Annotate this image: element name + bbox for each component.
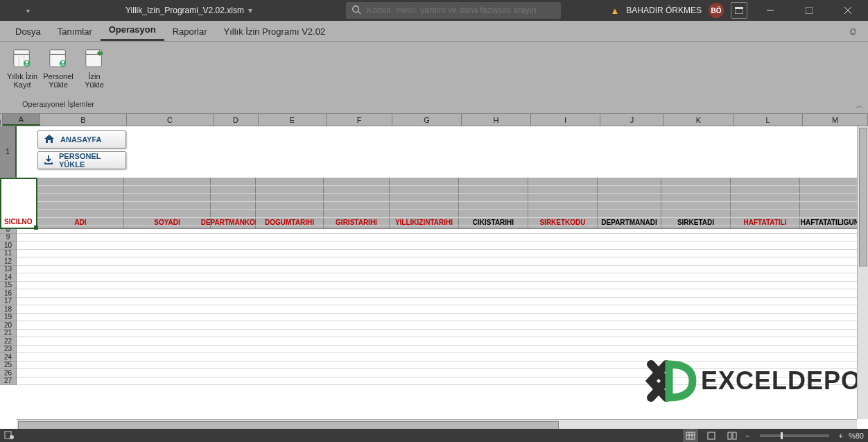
row-number-26[interactable]: 26: [0, 369, 17, 377]
row-number-24[interactable]: 24: [0, 353, 17, 362]
zoom-out-button[interactable]: −: [745, 432, 749, 440]
cell-range-row-18[interactable]: [17, 305, 868, 314]
cell-range-row-2[interactable]: [17, 178, 868, 186]
column-header-M[interactable]: M: [803, 114, 868, 126]
zoom-slider-thumb[interactable]: [781, 432, 783, 439]
column-header-K[interactable]: K: [664, 114, 734, 126]
cell-range-row-14[interactable]: [17, 273, 868, 282]
feedback-smiley-icon[interactable]: ☺: [848, 25, 858, 37]
page-break-view-button[interactable]: [724, 429, 740, 442]
tab-raporlar[interactable]: Raporlar: [164, 22, 216, 41]
horizontal-scroll-thumb[interactable]: [18, 421, 559, 430]
filename-area[interactable]: Yillik_Izin_Programi_V2.02.xlsm ▾: [125, 6, 252, 15]
row-number-27[interactable]: 27: [0, 377, 17, 386]
cell-range-row-6[interactable]: [17, 210, 868, 218]
cell-range-row-10[interactable]: [17, 241, 868, 250]
cell-range-row-3[interactable]: [17, 186, 868, 194]
row-number-22[interactable]: 22: [0, 337, 17, 346]
vertical-scrollbar[interactable]: [857, 126, 868, 419]
filename-dropdown-icon[interactable]: ▾: [248, 6, 252, 15]
user-avatar[interactable]: BÖ: [709, 3, 724, 18]
maximize-button[interactable]: [793, 0, 825, 21]
minimize-button[interactable]: [754, 0, 786, 21]
cell-range-row-11[interactable]: [17, 250, 868, 258]
column-header-A[interactable]: A: [3, 114, 40, 126]
row-number-11[interactable]: 11: [0, 250, 17, 258]
cell-range-row-5[interactable]: [17, 202, 868, 210]
row-number-13[interactable]: 13: [0, 266, 17, 274]
column-header-I[interactable]: I: [531, 114, 600, 126]
column-header-D[interactable]: D: [214, 114, 259, 126]
tab-operasyon[interactable]: Operasyon: [101, 20, 164, 41]
cell-range-row-21[interactable]: [17, 330, 868, 338]
row-number-25[interactable]: 25: [0, 362, 17, 370]
row-number-10[interactable]: 10: [0, 241, 17, 250]
izin-yukle-button[interactable]: İzin Yükle: [76, 44, 112, 99]
cell-range-row-15[interactable]: [17, 282, 868, 290]
row-number-18[interactable]: 18: [0, 305, 17, 314]
column-header-G[interactable]: G: [392, 114, 462, 126]
tab-tanimlar[interactable]: Tanımlar: [49, 22, 101, 41]
personel-yukle-button[interactable]: Personel Yükle: [40, 44, 76, 99]
cell-range-row-12[interactable]: [17, 257, 868, 266]
zoom-in-button[interactable]: +: [839, 432, 843, 440]
ribbon-collapse-icon[interactable]: ︿: [856, 100, 864, 112]
cell-A1[interactable]: SICILNO: [0, 178, 37, 229]
btn-line1: Yıllık İzin: [7, 72, 37, 80]
search-input[interactable]: [367, 6, 555, 15]
row-number-1[interactable]: 1: [0, 126, 17, 178]
row-number-15[interactable]: 15: [0, 282, 17, 290]
row-number-17[interactable]: 17: [0, 298, 17, 306]
cell-range-row-20[interactable]: [17, 321, 868, 330]
tab-dosya[interactable]: Dosya: [7, 22, 49, 41]
macro-record-icon[interactable]: [4, 431, 14, 441]
svg-rect-3: [735, 7, 743, 9]
title-bar: ▾ Yillik_Izin_Programi_V2.02.xlsm ▾ ▲ BA…: [0, 0, 868, 21]
cell-range-row-7[interactable]: [17, 218, 868, 226]
row-number-14[interactable]: 14: [0, 273, 17, 282]
select-all-triangle[interactable]: [0, 114, 3, 126]
zoom-percent[interactable]: %80: [849, 432, 864, 440]
tab-yillik-izin-programi[interactable]: Yıllık İzin Programı V2.02: [216, 22, 334, 41]
cell-range-row-16[interactable]: [17, 289, 868, 298]
column-header-L[interactable]: L: [734, 114, 803, 126]
qat-dropdown-icon[interactable]: ▾: [21, 7, 35, 15]
row-number-16[interactable]: 16: [0, 289, 17, 298]
row-number-9[interactable]: 9: [0, 234, 17, 242]
calendar-upload-person-icon: [47, 47, 69, 69]
row-number-19[interactable]: 19: [0, 314, 17, 322]
cell-range-row-4[interactable]: [17, 194, 868, 202]
column-header-C[interactable]: C: [127, 114, 214, 126]
worksheet-grid[interactable]: 1 SICILNOADISOYADIDEPARTMANKODUDOGUMTARI…: [0, 126, 868, 426]
cell-range-row-13[interactable]: [17, 266, 868, 274]
column-header-F[interactable]: F: [327, 114, 392, 126]
cell-range-row-17[interactable]: [17, 298, 868, 306]
yillik-izin-kayit-button[interactable]: Yıllık İzin Kayıt: [4, 44, 40, 99]
cell-range-row-8[interactable]: [17, 226, 868, 234]
column-header-E[interactable]: E: [259, 114, 327, 126]
column-header-J[interactable]: J: [600, 114, 664, 126]
cell-range-row-19[interactable]: [17, 314, 868, 322]
search-box[interactable]: [346, 2, 561, 19]
normal-view-button[interactable]: [683, 429, 698, 442]
warning-icon[interactable]: ▲: [610, 6, 619, 16]
ribbon-group-operasyonel: Yıllık İzin Kayıt Personel Yükle İzin Yü…: [0, 42, 116, 113]
close-button[interactable]: [832, 0, 864, 21]
cell-range-row-22[interactable]: [17, 337, 868, 346]
cell-range-row-23[interactable]: [17, 346, 868, 354]
row-number-23[interactable]: 23: [0, 346, 17, 354]
ribbon-display-options-icon[interactable]: [731, 2, 747, 19]
vertical-scroll-thumb[interactable]: [859, 128, 867, 266]
page-layout-view-button[interactable]: [704, 429, 719, 442]
row-number-12[interactable]: 12: [0, 257, 17, 266]
personel-yukle-macro-button[interactable]: PERSONEL YÜKLE: [37, 151, 126, 169]
calendar-person-icon: [11, 47, 33, 69]
row-number-21[interactable]: 21: [0, 330, 17, 338]
zoom-slider[interactable]: [760, 434, 829, 437]
column-header-B[interactable]: B: [40, 114, 127, 126]
anasayfa-macro-button[interactable]: ANASAYFA: [37, 130, 126, 148]
row-number-20[interactable]: 20: [0, 321, 17, 330]
user-name[interactable]: BAHADIR ÖRKMES: [626, 6, 702, 15]
column-header-H[interactable]: H: [462, 114, 531, 126]
cell-range-row-9[interactable]: [17, 234, 868, 242]
